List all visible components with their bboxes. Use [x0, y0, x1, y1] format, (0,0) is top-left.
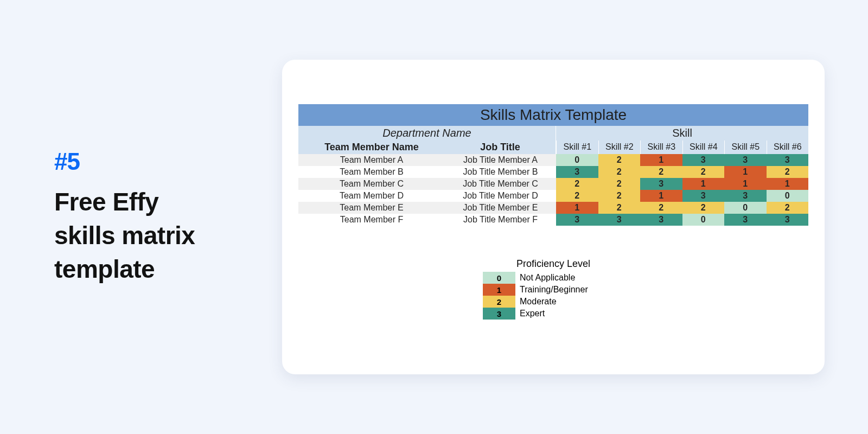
cell-score: 0 [767, 190, 809, 202]
legend-label: Training/Beginner [515, 285, 588, 295]
cell-score: 3 [598, 214, 641, 226]
legend-row: 3Expert [483, 308, 624, 320]
cell-score: 2 [640, 202, 682, 214]
cell-member-name: Team Member F [298, 214, 445, 226]
cell-score: 2 [598, 190, 641, 202]
col-header-skill: Skill #1 [556, 141, 598, 154]
cell-score: 1 [724, 178, 767, 190]
cell-score: 3 [724, 190, 767, 202]
legend-row: 1Training/Beginner [483, 284, 624, 296]
cell-score: 3 [556, 214, 598, 226]
title-line-2: skills matrix [54, 219, 250, 252]
skills-matrix: Skills Matrix Template Department Name S… [298, 104, 808, 226]
cell-score: 0 [724, 202, 767, 214]
col-header-skill: Skill #4 [682, 141, 725, 154]
cell-score: 2 [682, 166, 725, 178]
cell-member-name: Team Member B [298, 166, 445, 178]
title-line-3: template [54, 252, 250, 286]
table-row: Team Member BJob Title Member B322212 [298, 166, 808, 178]
cell-job-title: Job Title Member D [445, 190, 556, 202]
legend-swatch: 1 [483, 284, 515, 296]
cell-score: 2 [682, 202, 725, 214]
cell-score: 3 [724, 214, 767, 226]
table-row: Team Member EJob Title Member E122202 [298, 202, 808, 214]
cell-score: 3 [682, 190, 725, 202]
legend-row: 2Moderate [483, 296, 624, 308]
cell-score: 3 [682, 154, 725, 166]
legend-swatch: 3 [483, 308, 515, 320]
cell-score: 2 [598, 178, 641, 190]
cell-job-title: Job Title Member A [445, 154, 556, 166]
col-header-skill: Skill #6 [767, 141, 809, 154]
cell-score: 3 [556, 166, 598, 178]
legend-row: 0Not Applicable [483, 272, 624, 284]
cell-score: 2 [640, 166, 682, 178]
cell-score: 1 [640, 190, 682, 202]
legend-items: 0Not Applicable1Training/Beginner2Modera… [483, 272, 624, 320]
left-column: #5 Free Effy skills matrix template [54, 148, 250, 286]
cell-score: 0 [682, 214, 725, 226]
col-header-member: Team Member Name [298, 141, 445, 154]
cell-score: 0 [556, 154, 598, 166]
legend-label: Moderate [515, 297, 557, 307]
cell-score: 3 [640, 178, 682, 190]
cell-score: 2 [556, 190, 598, 202]
cell-score: 2 [767, 202, 809, 214]
col-header-skill: Skill #2 [598, 141, 641, 154]
item-number: #5 [54, 148, 250, 175]
col-header-skill: Skill #3 [640, 141, 682, 154]
cell-score: 2 [598, 166, 641, 178]
cell-member-name: Team Member D [298, 190, 445, 202]
cell-score: 1 [682, 178, 725, 190]
cell-score: 1 [724, 166, 767, 178]
cell-score: 2 [767, 166, 809, 178]
cell-score: 1 [767, 178, 809, 190]
skill-group-label: Skill [556, 126, 808, 141]
cell-member-name: Team Member C [298, 178, 445, 190]
cell-job-title: Job Title Member E [445, 202, 556, 214]
legend-label: Expert [515, 309, 545, 318]
matrix-subheader: Department Name Skill [298, 126, 808, 141]
legend-label: Not Applicable [515, 273, 575, 283]
matrix-header-row: Team Member Name Job Title Skill #1 Skil… [298, 141, 808, 154]
cell-job-title: Job Title Member B [445, 166, 556, 178]
legend-title: Proficiency Level [483, 258, 624, 270]
matrix-body: Team Member AJob Title Member A021333Tea… [298, 154, 808, 226]
cell-score: 1 [640, 154, 682, 166]
cell-job-title: Job Title Member C [445, 178, 556, 190]
proficiency-legend: Proficiency Level 0Not Applicable1Traini… [298, 258, 808, 320]
matrix-title: Skills Matrix Template [298, 104, 808, 126]
table-row: Team Member FJob Title Member F333033 [298, 214, 808, 226]
item-title: Free Effy skills matrix template [54, 185, 250, 286]
cell-member-name: Team Member E [298, 202, 445, 214]
cell-score: 3 [724, 154, 767, 166]
department-label: Department Name [298, 126, 556, 141]
template-card: Skills Matrix Template Department Name S… [282, 60, 825, 374]
cell-score: 3 [640, 214, 682, 226]
cell-score: 3 [767, 154, 809, 166]
table-row: Team Member DJob Title Member D221330 [298, 190, 808, 202]
title-line-1: Free Effy [54, 185, 250, 219]
legend-swatch: 2 [483, 296, 515, 308]
cell-job-title: Job Title Member F [445, 214, 556, 226]
cell-score: 1 [556, 202, 598, 214]
legend-swatch: 0 [483, 272, 515, 284]
table-row: Team Member CJob Title Member C223111 [298, 178, 808, 190]
cell-score: 3 [767, 214, 809, 226]
table-row: Team Member AJob Title Member A021333 [298, 154, 808, 166]
cell-score: 2 [556, 178, 598, 190]
cell-member-name: Team Member A [298, 154, 445, 166]
cell-score: 2 [598, 154, 641, 166]
col-header-skill: Skill #5 [724, 141, 767, 154]
cell-score: 2 [598, 202, 641, 214]
col-header-job: Job Title [445, 141, 556, 154]
